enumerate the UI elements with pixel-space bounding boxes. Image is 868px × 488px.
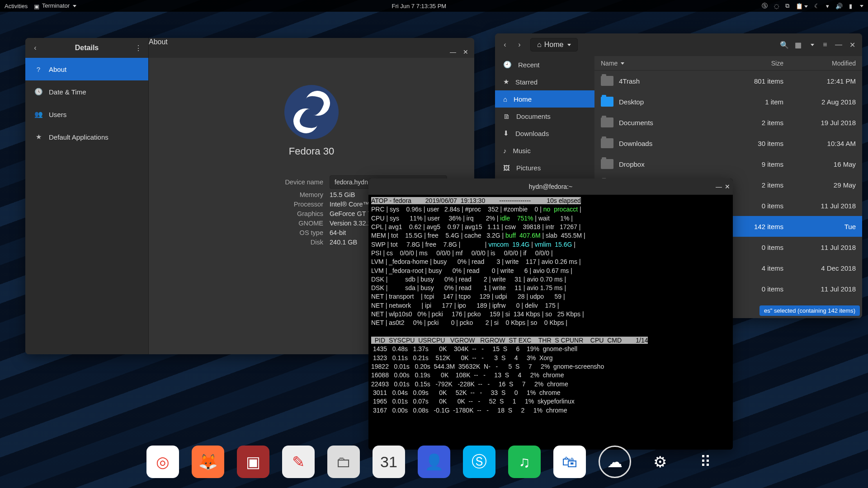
sidebar-item-date-time[interactable]: 🕓Date & Time xyxy=(25,80,148,103)
file-modified: 10:34 AM xyxy=(783,140,856,147)
places-item-icon: ♪ xyxy=(503,147,507,155)
file-name: 4Trash xyxy=(619,77,725,85)
close-button[interactable]: ✕ xyxy=(460,46,472,58)
places-item-icon: ⌂ xyxy=(503,95,507,103)
places-item-icon: ⬇ xyxy=(503,129,509,137)
firefox-app-icon[interactable]: 🦊 xyxy=(192,446,224,478)
clock[interactable]: Fri Jun 7 7:13:35 PM xyxy=(76,3,762,9)
file-name: Downloads xyxy=(619,140,725,147)
sidebar-item-icon: ★ xyxy=(34,133,42,141)
search-button[interactable]: 🔍 xyxy=(778,38,791,51)
skype-tray-icon[interactable]: Ⓢ xyxy=(762,2,768,10)
places-item-label: Music xyxy=(513,147,531,155)
weather-app-icon[interactable]: ☁ xyxy=(599,446,631,478)
file-modified: 11 Jul 2018 xyxy=(783,244,856,251)
file-row[interactable]: Documents2 items19 Jul 2018 xyxy=(594,112,862,133)
spotify-app-icon[interactable]: ♫ xyxy=(508,446,541,478)
app-menu[interactable]: ▣ Terminator xyxy=(34,2,76,9)
chevron-down-icon xyxy=(860,5,863,7)
software-app-icon[interactable]: 🛍 xyxy=(553,446,586,478)
places-item-pictures[interactable]: 🖼Pictures xyxy=(495,159,594,176)
hamburger-menu-button[interactable]: ≡ xyxy=(819,38,831,51)
sidebar-item-label: Users xyxy=(49,111,66,118)
file-modified: Tue xyxy=(783,223,856,230)
sync-tray-icon[interactable]: ◌ xyxy=(774,3,779,9)
disk-value: 240.1 GB xyxy=(330,239,357,246)
file-modified: 11 Jul 2018 xyxy=(783,202,856,210)
file-modified: 19 Jul 2018 xyxy=(783,119,856,127)
dropbox-tray-icon[interactable]: ⧉ xyxy=(785,2,789,9)
contacts-app-icon[interactable]: 👤 xyxy=(418,446,450,478)
forward-button[interactable]: › xyxy=(513,38,526,51)
file-size: 2 items xyxy=(725,181,783,189)
hamburger-menu-button[interactable]: ⋮ xyxy=(132,42,145,54)
places-item-label: Starred xyxy=(515,78,538,86)
sidebar-item-users[interactable]: 👥Users xyxy=(25,103,148,126)
places-item-home[interactable]: ⌂Home xyxy=(495,90,594,108)
terminal-content[interactable]: ATOP - fedora 2019/06/07 19:13:30 ------… xyxy=(368,195,733,417)
sidebar-item-label: Date & Time xyxy=(49,88,86,96)
folder-icon xyxy=(601,138,613,148)
sidebar-item-about[interactable]: ?About xyxy=(25,58,148,80)
activities-button[interactable]: Activities xyxy=(5,3,28,9)
folder-icon xyxy=(601,117,613,127)
column-name[interactable]: Name xyxy=(601,60,725,67)
night-tray-icon[interactable]: ☾ xyxy=(814,3,820,9)
chrome-app-icon[interactable]: ◎ xyxy=(146,446,179,478)
file-modified: 4 Dec 2018 xyxy=(783,264,856,272)
settings-app-icon[interactable]: ⚙ xyxy=(644,446,676,478)
places-item-recent[interactable]: 🕘Recent xyxy=(495,56,594,73)
file-row[interactable]: Dropbox9 items16 May xyxy=(594,154,862,174)
volume-tray-icon[interactable]: 🔊 xyxy=(835,3,843,9)
file-size: 4 items xyxy=(725,264,783,272)
column-modified[interactable]: Modified xyxy=(783,60,856,67)
os-name: Fedora 30 xyxy=(176,145,447,157)
places-item-label: Recent xyxy=(518,61,540,69)
file-size: 0 items xyxy=(725,285,783,293)
settings-side-header: ‹ Details ⋮ xyxy=(25,38,148,58)
path-bar[interactable]: ⌂ Home xyxy=(530,38,578,52)
minimize-button[interactable]: — xyxy=(716,183,722,190)
minimize-button[interactable]: — xyxy=(447,46,459,58)
close-button[interactable]: ✕ xyxy=(725,183,730,190)
minimize-button[interactable]: — xyxy=(832,38,845,51)
memory-value: 15.5 GiB xyxy=(330,191,355,198)
close-button[interactable]: ✕ xyxy=(846,38,859,51)
file-size: 2 items xyxy=(725,119,783,127)
file-size: 142 items xyxy=(725,223,783,230)
places-item-starred[interactable]: ★Starred xyxy=(495,73,594,90)
places-item-music[interactable]: ♪Music xyxy=(495,142,594,159)
wifi-tray-icon[interactable]: ▾ xyxy=(826,3,829,9)
file-size: 0 items xyxy=(725,202,783,210)
view-mode-button[interactable]: ▦ xyxy=(792,38,804,51)
text-editor-app-icon[interactable]: ✎ xyxy=(282,446,315,478)
column-size[interactable]: Size xyxy=(725,60,783,67)
sidebar-item-icon: 👥 xyxy=(34,110,42,118)
calendar-app-icon[interactable]: 31 xyxy=(373,446,405,478)
show-apps-icon[interactable]: ⠿ xyxy=(689,446,722,478)
places-item-downloads[interactable]: ⬇Downloads xyxy=(495,125,594,142)
clipboard-tray-icon[interactable]: 📋 xyxy=(796,3,808,9)
sidebar-item-default-applications[interactable]: ★Default Applications xyxy=(25,126,148,148)
file-row[interactable]: Downloads30 items10:34 AM xyxy=(594,133,862,154)
settings-titlebar: About — ✕ xyxy=(149,38,474,58)
graphics-label: Graphics xyxy=(176,210,330,217)
file-name: Documents xyxy=(619,119,725,127)
terminal-app-icon[interactable]: ▣ xyxy=(237,446,269,478)
sidebar-item-label: About xyxy=(49,66,66,73)
battery-tray-icon[interactable]: ▮ xyxy=(849,3,852,9)
terminal-titlebar: hydn@fedora:~ — ✕ xyxy=(368,178,733,195)
terminal-title: hydn@fedora:~ xyxy=(529,183,572,190)
file-row[interactable]: Desktop1 item2 Aug 2018 xyxy=(594,91,862,112)
view-options-button[interactable] xyxy=(805,38,818,51)
file-row[interactable]: 4Trash801 items12:41 PM xyxy=(594,70,862,91)
sidebar-item-icon: 🕓 xyxy=(34,88,42,96)
places-item-documents[interactable]: 🗎Documents xyxy=(495,108,594,125)
files-status-bar: es" selected (containing 142 items) xyxy=(760,305,860,316)
chevron-down-icon xyxy=(567,44,571,46)
back-button[interactable]: ‹ xyxy=(499,38,511,51)
path-label: Home xyxy=(544,41,564,49)
skype-app-icon[interactable]: Ⓢ xyxy=(463,446,495,478)
file-modified: 16 May xyxy=(783,160,856,168)
files-app-icon[interactable]: 🗀 xyxy=(327,446,360,478)
